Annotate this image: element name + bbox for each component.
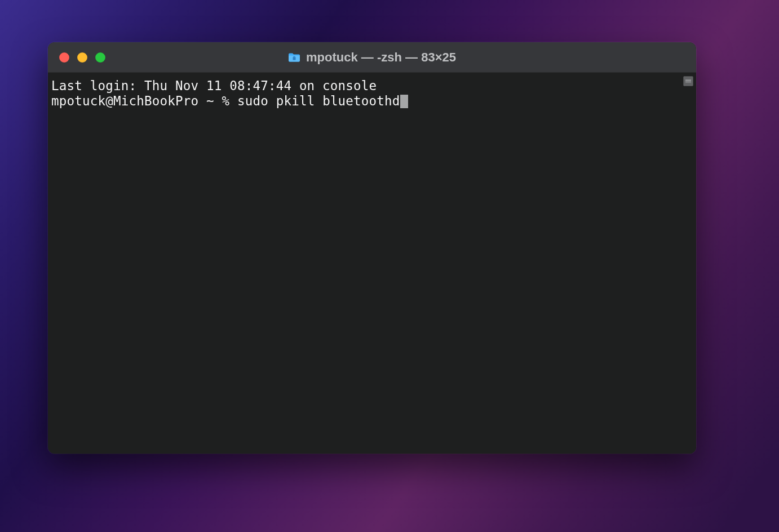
titlebar: mpotuck — -zsh — 83×25: [48, 42, 696, 73]
last-login-line: Last login: Thu Nov 11 08:47:44 on conso…: [51, 78, 677, 94]
window-title-text: mpotuck — -zsh — 83×25: [306, 50, 456, 65]
scrollbar[interactable]: [680, 73, 696, 454]
command-text: sudo pkill bluetoothd: [237, 94, 400, 109]
traffic-lights: [48, 52, 105, 63]
minimize-button[interactable]: [77, 52, 87, 63]
shell-prompt: mpotuck@MichBookPro ~ %: [51, 94, 237, 109]
cursor: [400, 95, 408, 108]
scroll-indicator-icon[interactable]: [683, 76, 693, 86]
terminal-body: Last login: Thu Nov 11 08:47:44 on conso…: [48, 73, 696, 454]
svg-rect-0: [293, 57, 296, 60]
prompt-line: mpotuck@MichBookPro ~ % sudo pkill bluet…: [51, 94, 677, 109]
maximize-button[interactable]: [95, 52, 105, 63]
terminal-window: mpotuck — -zsh — 83×25 Last login: Thu N…: [48, 42, 696, 454]
folder-icon: [288, 52, 300, 63]
window-title: mpotuck — -zsh — 83×25: [48, 50, 696, 65]
terminal-content[interactable]: Last login: Thu Nov 11 08:47:44 on conso…: [48, 73, 680, 454]
close-button[interactable]: [59, 52, 69, 63]
svg-rect-1: [294, 56, 295, 57]
